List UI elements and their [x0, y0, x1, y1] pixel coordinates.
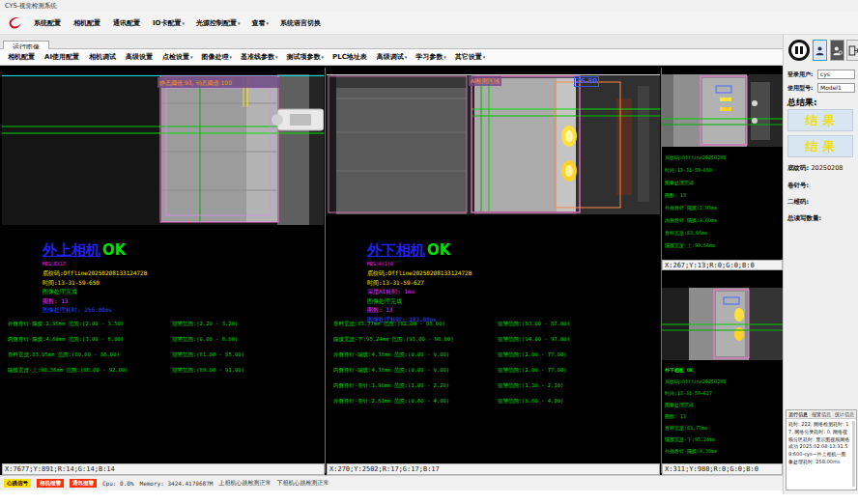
tool-advanced-debug[interactable]: 高级调试▾	[377, 52, 408, 62]
thumb-line: 圈数: 13	[665, 189, 783, 202]
measure-row: 隔膜宽度-下:95.24mm 范围:(93.00 - 98.00)报警范围:(9…	[333, 336, 656, 343]
cpu-usage-text: Cpu: 0.0%	[102, 480, 134, 487]
model-input[interactable]: Model1	[817, 83, 855, 93]
log-tab-stats-info[interactable]: 统计信息	[834, 411, 855, 417]
measure-row: 卷料宽度:83.77mm 范围:(82.00 - 88.00)报警范围:(83.…	[333, 321, 656, 327]
middle-info-lines: 底纹码:Offline2025020813312472B 时间:13-31-59…	[367, 268, 472, 323]
process-time-line: 图像处理耗时: 256.00ms	[43, 305, 147, 315]
user-button[interactable]	[813, 40, 827, 61]
status-ok-label: OK	[427, 241, 450, 259]
chevron-down-icon: ▾	[405, 54, 408, 60]
left-info-lines: 底纹码:Offline2025020813312472B 时间:13-31-59…	[43, 268, 147, 315]
thumb-line: 底纹码:Offline20250208	[665, 376, 783, 387]
heartbeat-badge: 心跳信号	[4, 479, 31, 488]
login-user-input[interactable]: cys	[817, 70, 855, 79]
thumb-line: 时间:13-31-59-627	[665, 387, 783, 399]
measure-row: 外侧卷针-卷针:2.61mm 范围:(0.60 - 4.00)报警范围:(0.6…	[333, 398, 656, 405]
qr-code-label: 二维码:	[787, 198, 809, 207]
window-titlebar: CYS-视觉检测系统	[0, 0, 858, 12]
turns-line: 圈数: 13	[367, 305, 472, 315]
thumb-line: 图像处理完成	[665, 399, 783, 410]
log-scrollbar[interactable]	[852, 421, 855, 487]
menu-item-system-config[interactable]: 系统配置	[34, 18, 62, 28]
chevron-down-icon: ▾	[483, 54, 486, 60]
upper-camera-heartbeat-text: 上相机心跳检测正常	[218, 479, 271, 488]
camera-frame-graphic	[2, 74, 324, 225]
tool-image-processing[interactable]: 图像处理▾	[202, 52, 233, 62]
tool-test-params[interactable]: 测试项参数▾	[287, 52, 325, 62]
chevron-down-icon: ▾	[322, 54, 325, 60]
panel-divider	[325, 68, 326, 473]
menu-item-light-config[interactable]: 光源控制配置▾	[196, 18, 241, 28]
tool-camera-config[interactable]: 相机配置	[8, 52, 36, 62]
tool-advanced-settings[interactable]: 高级设置	[126, 52, 154, 62]
chevron-down-icon: ▾	[190, 54, 193, 60]
log-panel: 运行信息 报警信息 统计信息 耗时: 222, 网络检测耗时: 17, 网络分类…	[786, 409, 857, 490]
menu-item-comm-config[interactable]: 通讯配置	[113, 18, 141, 28]
tool-baseline-params[interactable]: 基准线参数▾	[241, 52, 278, 62]
menu-item-view[interactable]: 查看▾	[252, 18, 270, 28]
pin-number-label: 卷针号:	[787, 182, 809, 190]
chevron-down-icon: ▾	[443, 54, 446, 60]
tool-camera-debug[interactable]: 相机调试	[89, 52, 117, 62]
user-settings-button[interactable]	[830, 40, 844, 61]
thumb2-coords-footer: X:311;Y:980;R:0;G:0;B:0	[662, 463, 783, 475]
tool-spot-check[interactable]: 点检设置▾	[162, 52, 193, 62]
memory-usage-text: Memory: 3424.4179687M	[140, 480, 214, 487]
logout-button[interactable]	[846, 40, 858, 61]
camera-frame-graphic	[662, 74, 783, 147]
middle-camera-image[interactable]: AI检测区域 26.80	[327, 74, 660, 214]
comm-alarm-badge: 通讯报警	[70, 479, 97, 488]
thumb-line: 底纹码:Offline20250208	[665, 152, 783, 164]
thumb2-info-lines: 外下相机 OK 底纹码:Offline20250208 时间:13-31-59-…	[665, 364, 783, 457]
log-tab-run-info[interactable]: 运行信息	[787, 411, 809, 417]
tool-other-settings[interactable]: 其它设置▾	[455, 52, 486, 62]
barcode-line: 底纹码:Offline2025020813312472B	[367, 268, 472, 278]
tool-plc-address[interactable]: PLC地址表	[332, 52, 368, 62]
left-coords-footer: X:7677;Y:891;R:14;G:14;B:14	[2, 463, 325, 475]
menu-item-language-switch[interactable]: 系统语言切换	[280, 18, 322, 28]
thumb-line: 圈数: 13	[665, 410, 783, 422]
menu-bar: 系统配置 相机配置 通讯配置 IO卡配置▾ 光源控制配置▾ 查看▾ 系统语言切换	[0, 12, 858, 35]
thumb1-coords-footer: X:267;Y:13;R:0;G:0;B:0	[662, 260, 783, 270]
exit-door-icon	[848, 44, 858, 57]
tool-ai-use-config[interactable]: AI使用配置	[44, 52, 80, 62]
ai-time-line: 深度AI耗时: 1ms	[367, 287, 472, 296]
pattern-code-row: 底纹码: 20250208	[787, 164, 843, 173]
log-tab-alarm-info[interactable]: 报警信息	[811, 411, 832, 417]
camera-frame-graphic	[662, 288, 783, 360]
toolbar: 相机配置 AI使用配置 相机调试 高级设置 点检设置▾ 图像处理▾ 基准线参数▾…	[0, 49, 783, 66]
process-done-line: 图像处理完成	[367, 296, 472, 306]
left-camera-image[interactable]: 静态阈值:93, 动态阈值:100	[2, 74, 324, 225]
model-field: 使用型号: Model1	[787, 83, 855, 93]
thumb-camera-image-2[interactable]	[662, 288, 783, 360]
measure-row: 内侧卷针-隔膜:4.38mm 范围:(0.00 - 9.00)报警范围:(2.0…	[333, 367, 656, 374]
thumb-line: 图像处理完成	[665, 177, 783, 189]
tab-bar: 运行图像	[0, 35, 783, 49]
rw-count-label: 总读写数量:	[787, 214, 821, 223]
middle-measure-rows: 卷料宽度:83.77mm 范围:(82.00 - 88.00)报警范围:(83.…	[333, 321, 656, 413]
barcode-line: 底纹码:Offline2025020813312472B	[43, 268, 147, 278]
menu-item-io-config[interactable]: IO卡配置▾	[153, 18, 185, 28]
result-box-1: 结果	[787, 109, 853, 131]
thumb-line: 卷料宽度:83.77mm	[665, 422, 783, 434]
measure-row: 卷料宽度:83.05mm 范围:(80.00 - 86.00)报警范围:(81.…	[8, 351, 323, 358]
measure-row: 外侧卷针-隔膜:4.38mm 范围:(0.00 - 9.00)报警范围:(2.0…	[333, 351, 656, 358]
time-line: 时间:13-31-59-627	[367, 278, 472, 288]
camera-frame-graphic	[327, 74, 660, 214]
measure-row: 外侧卷针-隔膜:2.95mm 范围:(2.00 - 3.50)报警范围:(2.2…	[8, 321, 323, 327]
log-text: 耗时: 222, 网络检测耗时: 17, 网络分类耗时: 0, 网络视频分区耗时…	[786, 419, 852, 468]
thumb-line: 隔膜宽度-上:90.56mm	[665, 239, 783, 252]
pause-button[interactable]	[788, 40, 810, 61]
thumb-line: 内侧卷针-隔膜:4.60mm	[665, 214, 783, 227]
threshold-label: 静态阈值:93, 动态阈值:100	[157, 77, 279, 88]
measure-row: 内侧卷针-卷针:1.90mm 范围:(1.00 - 2.20)报警范围:(1.1…	[333, 382, 656, 389]
pause-icon	[800, 46, 803, 54]
pause-icon	[795, 46, 798, 54]
left-camera-title: 外上相机OK	[43, 241, 126, 260]
tool-learning-params[interactable]: 学习参数▾	[415, 52, 446, 62]
menu-item-camera-config[interactable]: 相机配置	[73, 18, 101, 28]
thumb-camera-image-1[interactable]	[662, 74, 783, 147]
user-icon	[815, 44, 825, 57]
status-ok-label: OK	[102, 241, 126, 259]
